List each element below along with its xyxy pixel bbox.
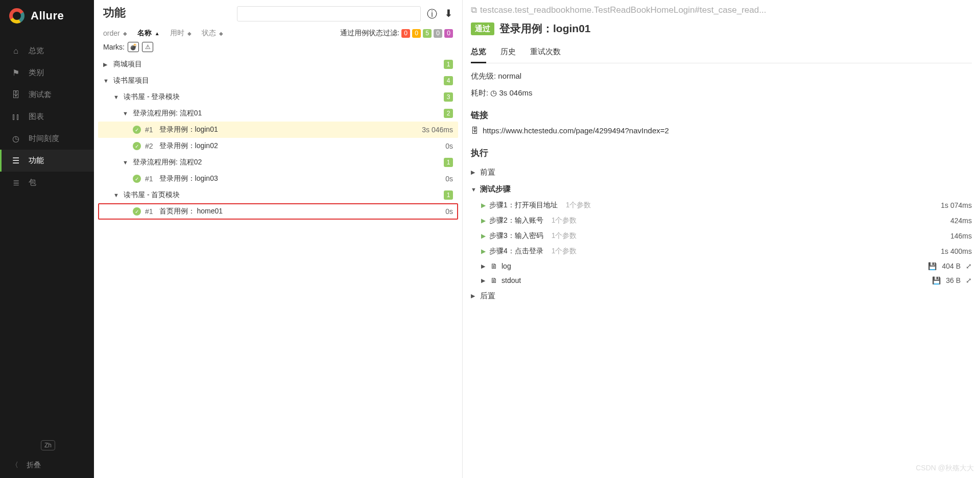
sidebar-footer: Zh 〈 折叠 bbox=[0, 432, 94, 478]
save-icon[interactable]: 💾 bbox=[928, 262, 937, 270]
chart-icon: ⫿⫿ bbox=[11, 112, 20, 122]
filter-broken[interactable]: 0 bbox=[412, 29, 421, 38]
chevron-down-icon: ▼ bbox=[123, 159, 129, 165]
sidebar-item-overview[interactable]: ⌂总览 bbox=[0, 40, 94, 62]
clock-icon: ◷ bbox=[490, 88, 497, 97]
tree-panel: 功能 ⓘ ⬇ order◆ 名称▲ 用时◆ 状态◆ 通过用例状态过滤: 0 0 … bbox=[94, 0, 463, 478]
sort-caret-icon: ◆ bbox=[219, 31, 223, 36]
filter-label: 通过用例状态过滤: bbox=[340, 29, 399, 38]
filter-unknown[interactable]: 0 bbox=[444, 29, 453, 38]
testcase-row[interactable]: ✓#1首页用例： home010s bbox=[98, 203, 458, 220]
sidebar: Allure ⌂总览 ⚑类别 🗄测试套 ⫿⫿图表 ◷时间刻度 ☰功能 ≣包 Zh… bbox=[0, 0, 94, 478]
steps-section[interactable]: ▼测试步骤 bbox=[471, 181, 972, 198]
chevron-down-icon: ▼ bbox=[113, 94, 119, 100]
search-input[interactable] bbox=[237, 6, 421, 21]
tab-history[interactable]: 历史 bbox=[500, 44, 516, 63]
breadcrumb: ⧉ testcase.test_readbookhome.TestReadBoo… bbox=[471, 5, 972, 15]
status-filter: 通过用例状态过滤: 0 0 5 0 0 bbox=[340, 29, 453, 38]
testcase-row[interactable]: ✓#1登录用例：login013s 046ms bbox=[98, 122, 458, 138]
sort-name[interactable]: 名称▲ bbox=[137, 29, 160, 38]
status-passed-icon: ✓ bbox=[133, 207, 141, 216]
chevron-right-icon: ▶ bbox=[481, 248, 486, 255]
sidebar-item-categories[interactable]: ⚑类别 bbox=[0, 62, 94, 84]
clock-icon: ◷ bbox=[11, 134, 20, 144]
language-toggle[interactable]: Zh bbox=[41, 440, 55, 450]
file-icon: 🗎 bbox=[490, 262, 497, 270]
story-row[interactable]: ▼登录流程用例: 流程021 bbox=[98, 154, 458, 171]
story-row[interactable]: ▼读书屋 - 首页模块1 bbox=[98, 187, 458, 203]
brand[interactable]: Allure bbox=[0, 0, 94, 32]
sidebar-item-label: 总览 bbox=[29, 46, 44, 56]
sidebar-item-packages[interactable]: ≣包 bbox=[0, 172, 94, 194]
attachment-row[interactable]: ▶🗎log💾404 B⤢ bbox=[471, 259, 972, 273]
story-row[interactable]: ▼登录流程用例: 流程012 bbox=[98, 105, 458, 122]
before-section[interactable]: ▶前置 bbox=[471, 164, 972, 181]
chevron-right-icon: ▶ bbox=[103, 61, 109, 68]
feature-row[interactable]: ▶商城项目1 bbox=[98, 56, 458, 73]
sidebar-item-timeline[interactable]: ◷时间刻度 bbox=[0, 128, 94, 150]
chevron-right-icon: ▶ bbox=[471, 293, 477, 299]
tab-overview[interactable]: 总览 bbox=[471, 44, 486, 63]
mark-new[interactable]: ⚠ bbox=[142, 42, 153, 52]
chevron-right-icon: ▶ bbox=[481, 263, 486, 270]
step-item[interactable]: ▶步骤2：输入账号 1个参数424ms bbox=[471, 213, 972, 228]
filter-failed[interactable]: 0 bbox=[401, 29, 410, 38]
sidebar-item-label: 包 bbox=[29, 178, 36, 187]
feature-row[interactable]: ▼读书屋项目4 bbox=[98, 73, 458, 89]
tree-header: 功能 ⓘ ⬇ bbox=[94, 0, 462, 21]
marks-label: Marks: bbox=[103, 43, 125, 51]
status-passed-icon: ✓ bbox=[133, 142, 141, 150]
collapse-button[interactable]: 〈 折叠 bbox=[11, 461, 83, 470]
chevron-down-icon: ▼ bbox=[113, 192, 119, 198]
filter-passed[interactable]: 5 bbox=[423, 29, 432, 38]
count-badge: 2 bbox=[444, 109, 453, 118]
sidebar-item-label: 功能 bbox=[29, 156, 44, 165]
count-badge: 3 bbox=[444, 92, 453, 102]
chevron-down-icon: ▼ bbox=[123, 110, 129, 116]
collapse-label: 折叠 bbox=[27, 461, 41, 470]
info-icon[interactable]: ⓘ bbox=[427, 7, 437, 21]
sort-bar: order◆ 名称▲ 用时◆ 状态◆ 通过用例状态过滤: 0 0 5 0 0 bbox=[94, 21, 462, 41]
sort-order[interactable]: order◆ bbox=[103, 29, 127, 37]
chevron-right-icon: ▶ bbox=[481, 232, 486, 240]
expand-icon[interactable]: ⤢ bbox=[966, 276, 972, 284]
attachment-row[interactable]: ▶🗎stdout💾36 B⤢ bbox=[471, 273, 972, 288]
page-title: 功能 bbox=[103, 6, 127, 19]
link-item[interactable]: 🗄https://www.hctestedu.com/page/4299494?… bbox=[471, 126, 972, 135]
step-item[interactable]: ▶步骤4：点击登录 1个参数1s 400ms bbox=[471, 244, 972, 259]
testcase-row[interactable]: ✓#2登录用例：login020s bbox=[98, 138, 458, 154]
status-badge: 通过 bbox=[471, 22, 494, 35]
step-item[interactable]: ▶步骤1：打开项目地址 1个参数1s 074ms bbox=[471, 198, 972, 213]
db-icon: 🗄 bbox=[471, 126, 479, 135]
copy-icon[interactable]: ⧉ bbox=[471, 5, 477, 15]
expand-icon[interactable]: ⤢ bbox=[966, 262, 972, 270]
chevron-right-icon: ▶ bbox=[481, 217, 486, 224]
after-section[interactable]: ▶后置 bbox=[471, 288, 972, 304]
marks-row: Marks: 💣 ⚠ bbox=[94, 41, 462, 56]
download-icon[interactable]: ⬇ bbox=[444, 7, 453, 21]
story-row[interactable]: ▼读书屋 - 登录模块3 bbox=[98, 89, 458, 105]
execution-heading: 执行 bbox=[471, 147, 972, 159]
filter-skipped[interactable]: 0 bbox=[434, 29, 442, 38]
tab-retries[interactable]: 重试次数 bbox=[530, 44, 561, 63]
priority-row: 优先级: normal bbox=[471, 71, 972, 81]
allure-logo-icon bbox=[9, 8, 25, 23]
testcase-row[interactable]: ✓#1登录用例：login030s bbox=[98, 171, 458, 187]
count-badge: 1 bbox=[444, 190, 453, 200]
sort-duration[interactable]: 用时◆ bbox=[170, 29, 192, 38]
sort-caret-icon: ◆ bbox=[123, 31, 127, 36]
count-badge: 1 bbox=[444, 60, 453, 69]
chevron-right-icon: ▶ bbox=[481, 277, 486, 284]
chevron-left-icon: 〈 bbox=[11, 461, 18, 470]
sidebar-item-graphs[interactable]: ⫿⫿图表 bbox=[0, 106, 94, 128]
sidebar-nav: ⌂总览 ⚑类别 🗄测试套 ⫿⫿图表 ◷时间刻度 ☰功能 ≣包 bbox=[0, 32, 94, 432]
sort-status[interactable]: 状态◆ bbox=[202, 29, 223, 38]
testcase-title-row: 通过 登录用例：login01 bbox=[471, 21, 972, 36]
mark-flaky[interactable]: 💣 bbox=[128, 42, 139, 52]
sidebar-item-suites[interactable]: 🗄测试套 bbox=[0, 84, 94, 106]
file-icon: 🗎 bbox=[490, 276, 497, 284]
save-icon[interactable]: 💾 bbox=[932, 276, 941, 284]
count-badge: 1 bbox=[444, 158, 453, 167]
sidebar-item-behaviors[interactable]: ☰功能 bbox=[0, 150, 94, 172]
step-item[interactable]: ▶步骤3：输入密码 1个参数146ms bbox=[471, 228, 972, 244]
